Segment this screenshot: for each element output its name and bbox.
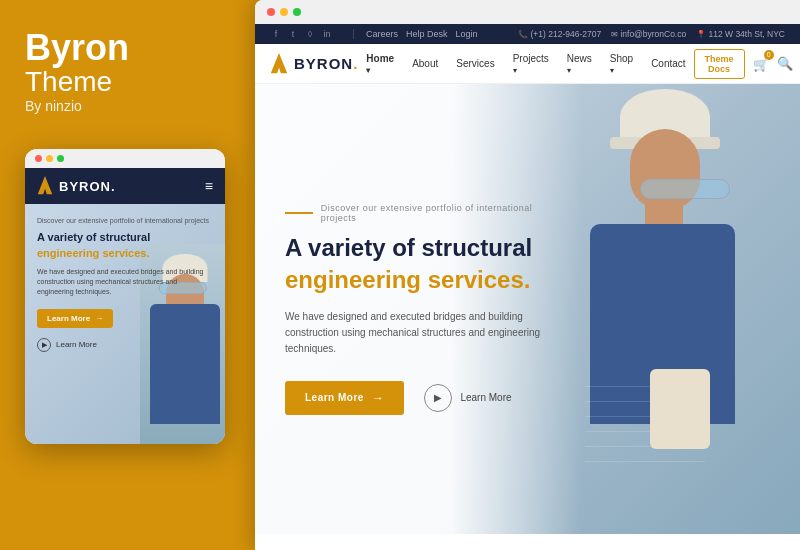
hero-buttons: Learn More → ▶ Learn More bbox=[285, 381, 552, 415]
person-glasses bbox=[640, 179, 730, 199]
nav-link-home[interactable]: Home bbox=[358, 49, 402, 79]
hero-eyebrow-container: Discover our extensive portfolio of inte… bbox=[285, 203, 552, 223]
desktop-dot-red bbox=[267, 8, 275, 16]
hero-content: Discover our extensive portfolio of inte… bbox=[255, 84, 582, 534]
person-head-area bbox=[610, 89, 730, 289]
desktop-nav-links: Home About Services Projects News Shop C… bbox=[358, 49, 693, 79]
nav-link-news[interactable]: News bbox=[559, 49, 600, 79]
mobile-learn-more-secondary[interactable]: ▶ Learn More bbox=[37, 338, 213, 352]
nav-link-about[interactable]: About bbox=[404, 54, 446, 73]
mobile-logo: BYRON. bbox=[37, 176, 116, 196]
mobile-hero-title2: engineering services. bbox=[37, 247, 213, 259]
play-circle-icon: ▶ bbox=[37, 338, 51, 352]
svg-marker-0 bbox=[38, 176, 53, 194]
hero-title-line1: A variety of structural bbox=[285, 235, 552, 261]
learn-more-primary-button[interactable]: Learn More → bbox=[285, 381, 404, 415]
mobile-mockup: BYRON. ≡ Discover our extensive portfoli… bbox=[25, 149, 225, 444]
email-info: info@byronCo.co bbox=[611, 29, 686, 39]
topbar-divider bbox=[353, 29, 354, 39]
hero-eyebrow-text: Discover our extensive portfolio of inte… bbox=[321, 203, 552, 223]
desktop-dot-yellow bbox=[280, 8, 288, 16]
arrow-icon: → bbox=[95, 314, 103, 323]
topbar-social: f t ◊ in bbox=[270, 28, 333, 40]
desktop-dot-green bbox=[293, 8, 301, 16]
twitter-icon[interactable]: t bbox=[287, 28, 299, 40]
mobile-browser-bar bbox=[25, 149, 225, 168]
desktop-browser-bar bbox=[255, 0, 800, 24]
person-hard-hat-held bbox=[650, 369, 710, 449]
topbar-left: f t ◊ in Careers Help Desk Login bbox=[270, 28, 478, 40]
eyebrow-line bbox=[285, 212, 313, 214]
theme-author: By ninzio bbox=[25, 98, 82, 114]
desktop-nav-right: Theme Docs 🛒 0 🔍 bbox=[694, 49, 793, 79]
location-info: 112 W 34th St, NYC bbox=[696, 29, 785, 39]
instagram-icon[interactable]: ◊ bbox=[304, 28, 316, 40]
topbar-right: (+1) 212-946-2707 info@byronCo.co 112 W … bbox=[518, 29, 785, 39]
mobile-nav: BYRON. ≡ bbox=[25, 168, 225, 204]
desktop-mockup: f t ◊ in Careers Help Desk Login (+1) 21… bbox=[255, 0, 800, 550]
desktop-navbar: BYRON. Home About Services Projects News… bbox=[255, 44, 800, 84]
dot-green bbox=[57, 155, 64, 162]
hero-title-line2: engineering services. bbox=[285, 266, 552, 295]
theme-title: Byron Theme bbox=[25, 30, 129, 98]
hero-description: We have designed and executed bridges an… bbox=[285, 309, 552, 357]
mobile-hero: Discover our extensive portfolio of inte… bbox=[25, 204, 225, 444]
mobile-eyebrow: Discover our extensive portfolio of inte… bbox=[37, 216, 213, 225]
desktop-nav-logo: BYRON. bbox=[270, 53, 358, 75]
mobile-learn-more-button[interactable]: Learn More → bbox=[37, 309, 113, 328]
linkedin-icon[interactable]: in bbox=[321, 28, 333, 40]
dot-yellow bbox=[46, 155, 53, 162]
cart-badge: 0 bbox=[764, 50, 774, 60]
phone-info: (+1) 212-946-2707 bbox=[518, 29, 601, 39]
facebook-icon[interactable]: f bbox=[270, 28, 282, 40]
hamburger-icon[interactable]: ≡ bbox=[205, 178, 213, 194]
mobile-logo-text: BYRON. bbox=[59, 179, 116, 194]
search-icon[interactable]: 🔍 bbox=[777, 56, 793, 71]
desktop-logo-text: BYRON. bbox=[294, 55, 358, 72]
left-panel: Byron Theme By ninzio BYRON. ≡ Discover … bbox=[0, 0, 245, 550]
desktop-hero: Discover our extensive portfolio of inte… bbox=[255, 84, 800, 534]
play-circle-icon: ▶ bbox=[424, 384, 452, 412]
careers-link[interactable]: Careers bbox=[366, 29, 398, 39]
desktop-topbar: f t ◊ in Careers Help Desk Login (+1) 21… bbox=[255, 24, 800, 44]
learn-more-secondary-button[interactable]: ▶ Learn More bbox=[424, 384, 511, 412]
desktop-logo-icon bbox=[270, 53, 288, 75]
cart-container: 🛒 0 bbox=[753, 55, 769, 73]
mobile-hero-title1: A variety of structural bbox=[37, 231, 213, 244]
helpdesk-link[interactable]: Help Desk bbox=[406, 29, 448, 39]
mobile-hero-content: Discover our extensive portfolio of inte… bbox=[25, 204, 225, 444]
person-face bbox=[630, 129, 700, 209]
mobile-hero-desc: We have designed and executed bridges an… bbox=[37, 267, 213, 296]
arrow-right-icon: → bbox=[372, 391, 385, 405]
login-link[interactable]: Login bbox=[456, 29, 478, 39]
dot-red bbox=[35, 155, 42, 162]
nav-link-projects[interactable]: Projects bbox=[505, 49, 557, 79]
nav-link-services[interactable]: Services bbox=[448, 54, 502, 73]
svg-marker-1 bbox=[271, 53, 288, 73]
nav-link-contact[interactable]: Contact bbox=[643, 54, 693, 73]
nav-link-shop[interactable]: Shop bbox=[602, 49, 641, 79]
theme-docs-button[interactable]: Theme Docs bbox=[694, 49, 745, 79]
mobile-logo-icon bbox=[37, 176, 53, 196]
